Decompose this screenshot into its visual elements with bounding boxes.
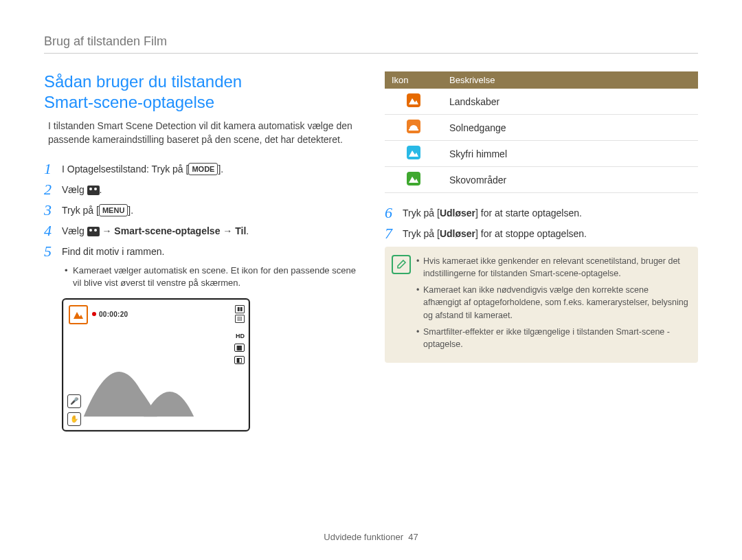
title-line2: Smart-scene-optagelse	[44, 93, 214, 111]
divider	[44, 53, 698, 54]
table-row: Landskaber	[385, 89, 698, 115]
svg-marker-3	[409, 150, 418, 157]
svg-marker-4	[409, 177, 418, 183]
page-footer: Udvidede funktioner 47	[0, 532, 742, 542]
table-row: Skovområder	[385, 167, 698, 193]
step-number: 4	[44, 223, 62, 238]
row-label: Skyfri himmel	[442, 141, 698, 167]
movie-mode-icon	[87, 227, 100, 236]
footer-section: Udvidede funktioner	[324, 532, 403, 542]
preview-art	[77, 335, 224, 418]
svg-marker-1	[409, 98, 418, 104]
step-5-note: Kameraet vælger automatisk en scene. Et …	[65, 265, 357, 289]
note-box: Hvis kameraet ikke genkender en relevant…	[385, 247, 698, 363]
step-number: 5	[44, 244, 62, 259]
frame-rate-icon: ▦	[234, 344, 245, 352]
title-line1: Sådan bruger du tilstanden	[44, 72, 242, 91]
step-4: Vælg → Smart-scene-optagelse → Til.	[62, 223, 249, 238]
th-icon: Ikon	[385, 71, 442, 89]
step-5: Find dit motiv i rammen.	[62, 244, 164, 259]
step-3: Tryk på [MENU].	[62, 203, 133, 218]
step-5-bullet: Kameraet vælger automatisk en scene. Et …	[65, 265, 357, 289]
mode-button-label: MODE	[188, 163, 218, 175]
icon-table: Ikon Beskrivelse Landskaber Solnedgange …	[385, 71, 698, 193]
breadcrumb: Brug af tilstanden Film	[44, 34, 698, 49]
step-2: Vælg .	[62, 182, 102, 197]
mic-icon: 🎤	[67, 394, 81, 408]
landscape-icon	[407, 93, 420, 107]
step-number: 1	[44, 161, 62, 177]
intro-text: I tilstanden Smart Scene Detection vil d…	[44, 120, 357, 146]
svg-rect-2	[409, 129, 418, 131]
stabilizer-icon: ✋	[67, 412, 81, 426]
note-item: Hvis kameraet ikke genkender en relevant…	[416, 255, 688, 280]
svg-marker-0	[74, 312, 83, 319]
table-row: Solnedgange	[385, 115, 698, 141]
steps-list: 1 I Optagelsestilstand: Tryk på [MODE]. …	[44, 161, 357, 259]
page-title: Sådan bruger du tilstanden Smart-scene-o…	[44, 71, 357, 113]
steps-list-2: 6 Tryk på [Udløser] for at starte optage…	[385, 205, 698, 241]
lcd-preview: 00:00:20 ▮▮ ▤ HD ▦ ◧	[62, 298, 250, 432]
sky-icon	[407, 146, 420, 159]
movie-mode-icon	[87, 186, 100, 195]
menu-button-label: MENU	[99, 204, 128, 216]
storage-icon: ▤	[235, 315, 245, 323]
page-number: 47	[408, 532, 418, 542]
step-number: 7	[385, 226, 403, 241]
th-desc: Beskrivelse	[442, 71, 698, 89]
step-1: I Optagelsestilstand: Tryk på [MODE].	[62, 161, 223, 177]
forest-icon	[407, 172, 420, 186]
table-row: Skyfri himmel	[385, 141, 698, 167]
hd-badge: HD	[236, 333, 245, 339]
row-label: Skovområder	[442, 167, 698, 193]
recording-time: 00:00:20	[92, 311, 128, 318]
metering-icon: ◧	[234, 356, 245, 364]
row-label: Solnedgange	[442, 115, 698, 141]
sunset-icon	[407, 120, 420, 133]
row-label: Landskaber	[442, 89, 698, 115]
step-number: 2	[44, 182, 62, 197]
landscape-icon	[69, 305, 88, 324]
note-item: Kameraet kan ikke nødvendigvis vælge den…	[416, 284, 688, 321]
note-icon	[392, 255, 411, 274]
step-6: Tryk på [Udløser] for at starte optagels…	[403, 205, 582, 221]
step-number: 6	[385, 205, 403, 221]
battery-icon: ▮▮	[235, 305, 245, 313]
step-7: Tryk på [Udløser] for at stoppe optagels…	[403, 226, 587, 241]
note-item: Smartfilter-effekter er ikke tilgængelig…	[416, 326, 688, 350]
step-number: 3	[44, 203, 62, 218]
